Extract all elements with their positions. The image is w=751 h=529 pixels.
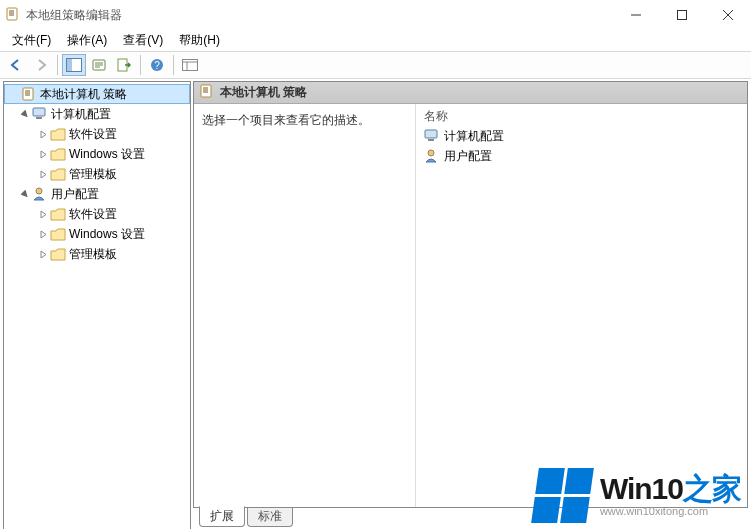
svg-rect-31: [425, 130, 437, 138]
tree-item[interactable]: 软件设置: [4, 124, 190, 144]
window-controls: [613, 0, 751, 30]
tab-strip: 扩展 标准: [193, 507, 748, 527]
user-icon: [424, 148, 440, 164]
svg-point-26: [36, 188, 42, 194]
svg-rect-24: [33, 108, 45, 116]
navigation-pane[interactable]: 本地计算机 策略 计算机配置 软件设置 Windows 设置: [3, 81, 191, 529]
menu-bar: 文件(F) 操作(A) 查看(V) 帮助(H): [0, 30, 751, 51]
collapse-icon[interactable]: [7, 87, 21, 101]
svg-point-33: [428, 150, 434, 156]
tree-label: 用户配置: [51, 186, 99, 203]
svg-rect-25: [36, 117, 42, 119]
expand-icon[interactable]: [18, 187, 32, 201]
tree-computer-config[interactable]: 计算机配置: [4, 104, 190, 124]
tree-root[interactable]: 本地计算机 策略: [4, 84, 190, 104]
list-item-label: 用户配置: [444, 148, 492, 165]
content-body: 本地计算机 策略 选择一个项目来查看它的描述。 名称 计算机配置: [193, 81, 748, 508]
tree-label: 计算机配置: [51, 106, 111, 123]
tree-user-config[interactable]: 用户配置: [4, 184, 190, 204]
user-icon: [32, 186, 48, 202]
list-column: 名称 计算机配置 用户配置: [416, 104, 747, 507]
content-pane: 本地计算机 策略 选择一个项目来查看它的描述。 名称 计算机配置: [193, 81, 748, 527]
description-text: 选择一个项目来查看它的描述。: [202, 113, 370, 127]
policy-tree: 本地计算机 策略 计算机配置 软件设置 Windows 设置: [4, 82, 190, 266]
expand-icon[interactable]: [36, 147, 50, 161]
folder-icon: [50, 126, 66, 142]
svg-rect-9: [67, 59, 72, 71]
computer-icon: [32, 106, 48, 122]
minimize-button[interactable]: [613, 0, 659, 30]
list-item[interactable]: 计算机配置: [416, 126, 747, 146]
expand-icon[interactable]: [36, 127, 50, 141]
computer-icon: [424, 128, 440, 144]
expand-icon[interactable]: [36, 167, 50, 181]
maximize-button[interactable]: [659, 0, 705, 30]
folder-icon: [50, 226, 66, 242]
folder-icon: [50, 206, 66, 222]
forward-button[interactable]: [29, 54, 53, 76]
menu-file[interactable]: 文件(F): [4, 30, 59, 51]
expand-icon[interactable]: [36, 227, 50, 241]
menu-help[interactable]: 帮助(H): [171, 30, 228, 51]
tree-item[interactable]: Windows 设置: [4, 224, 190, 244]
menu-action[interactable]: 操作(A): [59, 30, 115, 51]
workspace: 本地计算机 策略 计算机配置 软件设置 Windows 设置: [0, 79, 751, 529]
svg-rect-20: [23, 88, 33, 100]
folder-icon: [50, 166, 66, 182]
tree-label: 软件设置: [69, 206, 117, 223]
tree-item[interactable]: 管理模板: [4, 244, 190, 264]
svg-rect-5: [678, 11, 687, 20]
toolbar-separator: [57, 55, 58, 75]
help-button[interactable]: ?: [145, 54, 169, 76]
export-list-button[interactable]: [112, 54, 136, 76]
toolbar-separator: [140, 55, 141, 75]
folder-icon: [50, 246, 66, 262]
description-column: 选择一个项目来查看它的描述。: [194, 104, 416, 507]
list-item-label: 计算机配置: [444, 128, 504, 145]
svg-rect-0: [7, 8, 17, 20]
tree-label: 软件设置: [69, 126, 117, 143]
tree-label: 管理模板: [69, 166, 117, 183]
expand-icon[interactable]: [36, 247, 50, 261]
show-hide-tree-button[interactable]: [62, 54, 86, 76]
tree-label: Windows 设置: [69, 226, 145, 243]
content-title: 本地计算机 策略: [220, 84, 307, 101]
tree-label: Windows 设置: [69, 146, 145, 163]
svg-rect-27: [201, 85, 211, 97]
svg-rect-17: [183, 60, 198, 71]
tree-label: 本地计算机 策略: [40, 86, 127, 103]
menu-view[interactable]: 查看(V): [115, 30, 171, 51]
toolbar-separator: [173, 55, 174, 75]
document-icon: [200, 84, 214, 101]
tree-item[interactable]: Windows 设置: [4, 144, 190, 164]
folder-icon: [50, 146, 66, 162]
title-bar: 本地组策略编辑器: [0, 0, 751, 30]
document-icon: [21, 86, 37, 102]
content-header: 本地计算机 策略: [194, 82, 747, 104]
expand-icon[interactable]: [36, 207, 50, 221]
back-button[interactable]: [4, 54, 28, 76]
list-item[interactable]: 用户配置: [416, 146, 747, 166]
app-icon: [6, 7, 20, 24]
tree-item[interactable]: 管理模板: [4, 164, 190, 184]
properties-button[interactable]: [87, 54, 111, 76]
column-header-name[interactable]: 名称: [416, 108, 747, 126]
tree-item[interactable]: 软件设置: [4, 204, 190, 224]
close-button[interactable]: [705, 0, 751, 30]
expand-icon[interactable]: [18, 107, 32, 121]
tree-label: 管理模板: [69, 246, 117, 263]
tab-extended[interactable]: 扩展: [199, 506, 245, 527]
svg-text:?: ?: [154, 60, 160, 71]
svg-rect-32: [428, 139, 434, 141]
toolbar: ?: [0, 51, 751, 79]
window-title: 本地组策略编辑器: [26, 7, 122, 24]
tab-standard[interactable]: 标准: [247, 507, 293, 527]
view-mode-button[interactable]: [178, 54, 202, 76]
